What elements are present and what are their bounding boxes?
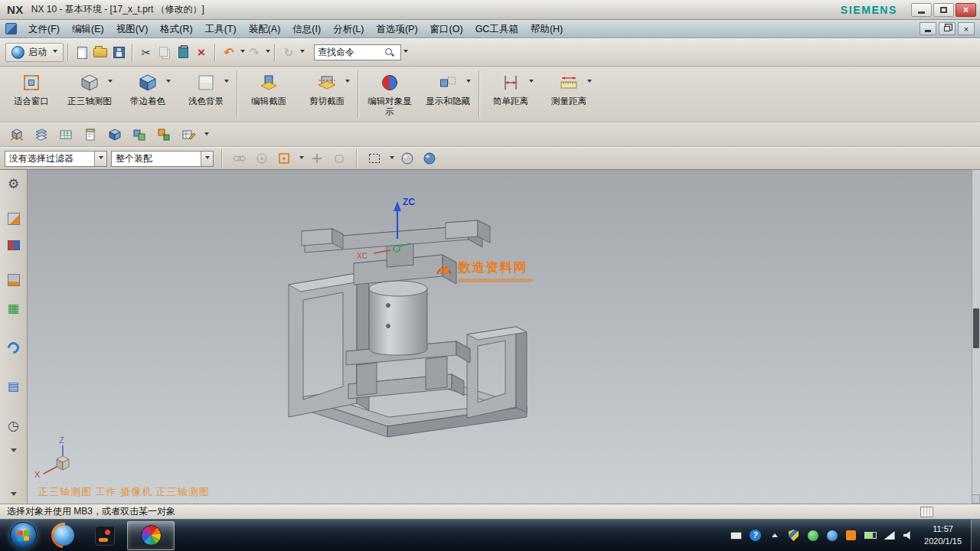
arrangements-edit-button[interactable] [178,125,199,145]
chevron-down-icon[interactable] [11,492,17,499]
start-menu-button[interactable]: 启动 [5,43,64,62]
update-icon[interactable] [844,529,858,542]
selection-filter-combo[interactable]: 没有选择过滤器 [5,151,107,167]
mdi-close-button[interactable]: × [958,22,975,35]
menu-information[interactable]: 信息(I) [286,21,327,37]
delete-button[interactable]: × [192,43,211,63]
battery-icon[interactable] [864,529,877,542]
search-dropdown-caret-icon[interactable] [403,50,408,55]
taskbar-clock[interactable]: 11:57 2020/1/15 [920,523,971,547]
measure-distance-button[interactable]: 测量距离 [540,69,598,119]
rectangle-select-button[interactable] [365,149,384,168]
graphics-viewport[interactable]: ZC XC Z X [28,170,980,504]
add-component-button[interactable] [104,125,126,145]
save-button[interactable] [109,43,128,63]
redo-button[interactable]: ↷ [245,43,263,63]
menu-assembly[interactable]: 装配(A) [243,21,287,37]
viewport-scrollbar[interactable] [972,170,980,494]
light-background-button[interactable]: 浅色背景 [177,69,235,119]
assembly-layers-button[interactable] [31,125,52,145]
knowledge-book-icon[interactable]: ▤ [6,378,21,393]
open-file-button[interactable] [91,43,109,63]
menu-preferences[interactable]: 首选项(P) [370,21,423,37]
web-browser-icon[interactable] [6,340,21,355]
mdi-restore-button[interactable] [939,22,956,35]
wave-geometry-button[interactable] [153,125,175,145]
assembly-navigator-icon[interactable] [6,211,21,227]
menu-help[interactable]: 帮助(H) [524,21,569,37]
combo-caret-button[interactable] [201,152,213,166]
assembly-constraints-button[interactable] [129,125,150,145]
copy-button[interactable] [155,43,174,63]
dropdown-caret-icon[interactable] [466,80,471,85]
shaded-with-edges-button[interactable]: 带边着色 [119,69,177,119]
part-navigator-icon[interactable] [6,272,21,288]
show-and-hide-button[interactable]: 显示和隐藏 [419,69,477,119]
redo-dropdown-caret-icon[interactable] [266,50,270,55]
security-shield-icon[interactable] [787,529,800,542]
volume-icon[interactable] [902,529,915,542]
isometric-view-button[interactable]: 正三轴测图 [60,69,119,119]
snap-point-button[interactable] [253,149,271,168]
dropdown-caret-icon[interactable] [224,80,229,85]
search-input[interactable] [318,47,385,58]
dropdown-caret-icon[interactable] [108,80,113,85]
tray-expand-icon[interactable] [768,529,781,542]
snap-grab-button[interactable] [330,149,348,168]
history-clock-icon[interactable]: ◷ [6,418,21,433]
mdi-minimize-button[interactable] [920,22,936,35]
taskbar-nx-button[interactable] [127,521,175,550]
menu-window[interactable]: 窗口(O) [424,21,469,37]
dropdown-caret-icon[interactable] [587,80,592,85]
assembly-more-caret-icon[interactable] [204,132,209,138]
gear-icon[interactable]: ⚙ [6,176,21,191]
network-icon[interactable] [883,529,896,542]
minimize-button[interactable] [911,3,932,17]
chevron-down-icon[interactable] [11,448,17,455]
close-button[interactable]: × [956,3,976,17]
combo-caret-button[interactable] [94,152,106,166]
menu-view[interactable]: 视图(V) [110,21,155,37]
menu-file[interactable]: 文件(F) [22,21,66,37]
scrollbar-thumb[interactable] [973,308,979,348]
move-component-button[interactable] [6,125,28,145]
clip-section-button[interactable]: 剪切截面 [298,69,356,119]
fit-window-button[interactable]: 适合窗口 [2,69,60,119]
menu-analysis[interactable]: 分析(L) [327,21,370,37]
select-mode-caret-icon[interactable] [390,156,394,161]
menu-edit[interactable]: 编辑(E) [66,21,110,37]
reuse-library-icon[interactable]: ▦ [6,300,21,315]
start-orb-button[interactable] [10,522,37,549]
cad-model[interactable]: ZC XC Z X [28,170,980,504]
interpart-link-button[interactable] [230,149,249,168]
new-file-button[interactable] [73,43,91,63]
antivirus-icon[interactable] [806,529,819,542]
maximize-button[interactable] [933,3,954,17]
command-search-box[interactable] [314,44,401,60]
cut-button[interactable]: ✂ [137,43,155,63]
menu-tools[interactable]: 工具(T) [199,21,243,37]
help-icon[interactable]: ? [749,529,762,542]
repeat-command-button[interactable]: ↻ [279,43,298,63]
snap-settings-button[interactable] [275,149,293,168]
repeat-dropdown-caret-icon[interactable] [300,50,305,55]
taskbar-browser-button[interactable] [46,521,82,550]
show-desktop-button[interactable] [971,520,980,551]
undo-button[interactable]: ↶ [220,43,238,63]
menu-gc-toolbox[interactable]: GC工具箱 [469,21,524,37]
constraint-navigator-icon[interactable] [6,237,21,253]
selection-scope-combo[interactable]: 整个装配 [111,151,214,167]
edit-object-display-button[interactable]: 编辑对象显示 [361,69,419,119]
component-report-button[interactable] [80,125,101,145]
snap-caret-icon[interactable] [299,156,304,161]
dropdown-caret-icon[interactable] [166,80,171,85]
status-panel-icon[interactable] [920,507,933,517]
paste-button[interactable] [174,43,192,63]
keyboard-icon[interactable] [730,529,743,542]
rollover-toggle-button[interactable] [420,149,439,168]
taskbar-app-button[interactable] [87,521,122,550]
dropdown-caret-icon[interactable] [345,80,350,85]
snap-plus-button[interactable] [308,149,326,168]
component-table-button[interactable] [55,125,77,145]
dropdown-caret-icon[interactable] [529,80,534,85]
